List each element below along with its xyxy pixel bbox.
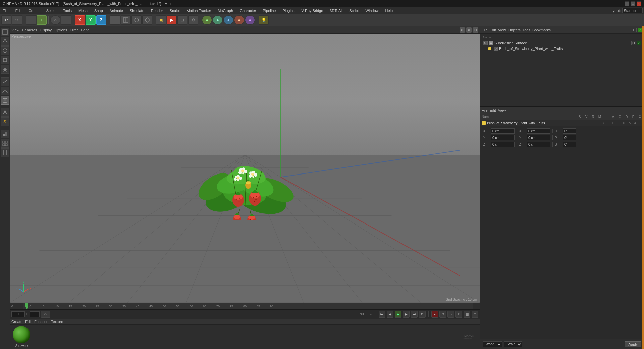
am-oi-5[interactable]: ⊞ (622, 121, 627, 126)
coord-z-input[interactable] (491, 142, 515, 147)
menu-character[interactable]: Character (238, 8, 257, 13)
coord-y-input[interactable] (491, 135, 515, 140)
play-prev-btn[interactable]: ◀ (387, 311, 393, 318)
om-file[interactable]: File (482, 28, 488, 32)
mat-menu-create[interactable]: Create (11, 320, 22, 324)
obj-scale-btn[interactable]: ● (223, 15, 233, 25)
menu-snap[interactable]: Snap (93, 8, 104, 13)
menu-select[interactable]: Select (45, 8, 58, 13)
world-select[interactable]: World Object (483, 341, 502, 347)
coord-x2-input[interactable] (527, 128, 550, 134)
om-edit[interactable]: Edit (490, 28, 496, 32)
om-subdiv-row[interactable]: ▷ ⬡ Subdivision Surface ⊡ ✓ (482, 40, 643, 46)
viewport[interactable]: Perspective Grid Spacing : 10 cm X Z Y (10, 34, 480, 303)
render-btn[interactable]: ▶ (167, 15, 177, 25)
sb-object[interactable] (1, 37, 9, 46)
render-region-btn[interactable]: ▣ (156, 15, 166, 25)
sb-nurbs[interactable] (1, 96, 9, 105)
current-frame-input[interactable] (11, 311, 25, 317)
sb-camera[interactable] (1, 56, 9, 64)
mat-menu-edit[interactable]: Edit (25, 320, 32, 324)
light-btn[interactable]: 💡 (259, 15, 269, 25)
material-preview[interactable] (13, 326, 30, 343)
redo-btn[interactable]: ↪ (12, 15, 22, 25)
menu-render[interactable]: Render (150, 8, 164, 13)
sb-spline[interactable] (1, 77, 9, 86)
pb-mode5[interactable]: ▦ (464, 311, 470, 318)
om-tags[interactable]: Tags (523, 28, 530, 32)
sb-scene[interactable] (1, 46, 9, 55)
goto-start-btn[interactable]: ⏮ (379, 311, 385, 318)
menu-mograph[interactable]: MoGraph (216, 8, 234, 13)
frame-count-input[interactable] (30, 311, 40, 317)
menu-animate[interactable]: Animate (108, 8, 124, 13)
menu-create[interactable]: Create (27, 8, 41, 13)
menu-window[interactable]: Window (364, 8, 380, 13)
menu-3dtoall[interactable]: 3DToAll (328, 8, 344, 13)
om-objects[interactable]: Objects (508, 28, 520, 32)
coord-y2-input[interactable] (527, 135, 550, 140)
sb-s-icon[interactable]: S (1, 117, 9, 126)
obj-select-btn[interactable]: ● (202, 15, 212, 25)
am-obj-row[interactable]: Bush_of_Strawberry_Plant_with_Fruits ⊙ ⊡… (480, 120, 644, 126)
move-btn[interactable]: ✛ (61, 15, 71, 25)
vp-icon1[interactable]: ⊕ (460, 27, 465, 33)
menu-file[interactable]: File (1, 8, 10, 13)
sb-mograph[interactable] (1, 130, 9, 138)
menu-script[interactable]: Script (348, 8, 360, 13)
obj-move-btn[interactable]: ● (213, 15, 223, 25)
y-axis-btn[interactable]: Y (86, 15, 96, 25)
menu-vray[interactable]: V-Ray Bridge (300, 8, 325, 13)
vp-menu-view[interactable]: View (11, 28, 19, 32)
vp-menu-cameras[interactable]: Cameras (22, 28, 37, 32)
obj-rotate-btn[interactable]: ● (234, 15, 244, 25)
pb-mode6[interactable]: ≡ (472, 311, 478, 318)
pb-mode4[interactable]: P (455, 311, 462, 318)
x-axis-btn[interactable]: X (75, 15, 85, 25)
sb-deform[interactable] (1, 108, 9, 117)
new-btn[interactable]: □ (26, 15, 36, 25)
am-edit[interactable]: Edit (490, 108, 496, 112)
sb-grid[interactable] (1, 139, 9, 148)
pb-mode3[interactable]: ○ (447, 311, 454, 318)
mat-menu-function[interactable]: Function (34, 320, 48, 324)
coord-x-input[interactable] (491, 128, 515, 134)
menu-mesh[interactable]: Mesh (77, 8, 89, 13)
am-oi-4[interactable]: | (616, 121, 621, 126)
maximize-btn[interactable]: □ (631, 1, 635, 6)
add-btn[interactable]: + (37, 15, 47, 25)
timeline-ruler[interactable]: 0 0 5 10 15 20 25 30 35 40 45 50 (10, 303, 480, 309)
om-subdiv-check[interactable]: ✓ (637, 41, 641, 45)
om-bookmarks[interactable]: Bookmarks (532, 28, 551, 32)
am-oi-2[interactable]: ⊡ (606, 121, 610, 126)
close-btn[interactable]: ✕ (637, 1, 641, 6)
rotate-c-btn[interactable]: ○ (50, 15, 60, 25)
record-btn[interactable]: ⟳ (419, 311, 426, 318)
pb-mode2[interactable]: □ (439, 311, 446, 318)
am-oi-3[interactable]: □ (611, 121, 616, 126)
sb-transform[interactable] (1, 28, 9, 36)
coord-z2-input[interactable] (527, 142, 550, 147)
vp-menu-display[interactable]: Display (40, 28, 52, 32)
render-to-picture-btn[interactable]: ⊡ (177, 15, 187, 25)
vp-menu-options[interactable]: Options (54, 28, 67, 32)
menu-tools[interactable]: Tools (62, 8, 73, 13)
om-icon1[interactable]: ⊡ (632, 28, 637, 32)
goto-end-btn[interactable]: ⏭ (411, 311, 418, 318)
vp-icon2[interactable]: ⊠ (466, 27, 472, 33)
menu-pipeline[interactable]: Pipeline (261, 8, 277, 13)
mode-btn1[interactable]: □ (110, 15, 120, 25)
mat-menu-texture[interactable]: Texture (51, 320, 63, 324)
om-bush-row[interactable]: ⬡ Bush_of_Strawberry_Plant_with_Fruits (482, 46, 643, 51)
am-oi-1[interactable]: ⊙ (600, 121, 605, 126)
mode-btn2[interactable] (121, 15, 131, 25)
om-subdiv-vis[interactable]: ⊡ (631, 41, 636, 45)
sb-hair[interactable] (1, 148, 9, 157)
am-view[interactable]: View (498, 108, 506, 112)
coord-p-input[interactable] (563, 135, 576, 140)
am-oi-7[interactable]: ◈ (633, 121, 637, 126)
sb-light[interactable] (1, 65, 9, 74)
play-next-btn[interactable]: ▶ (403, 311, 410, 318)
om-check-icon[interactable]: ✓ (638, 28, 643, 32)
om-view[interactable]: View (498, 28, 506, 32)
